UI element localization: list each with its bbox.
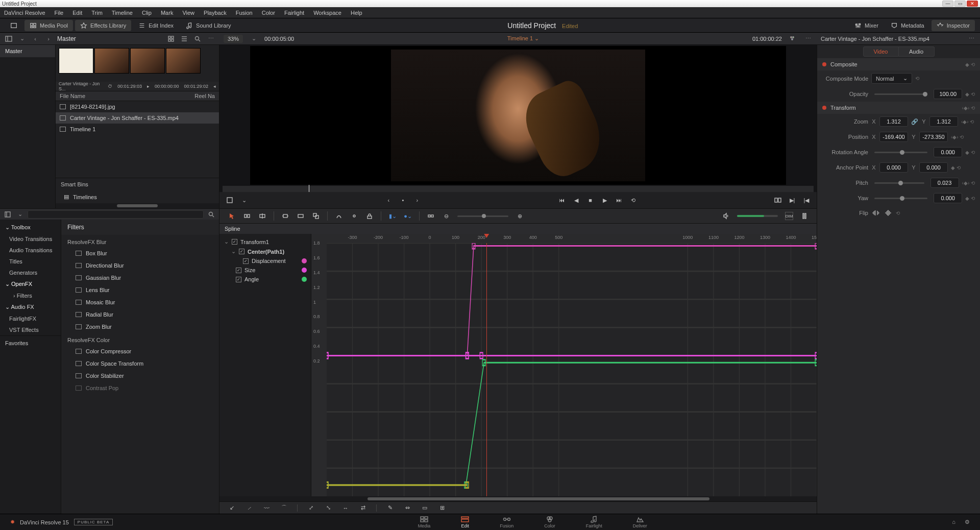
effects-tree-item[interactable]: VST Effects xyxy=(0,324,61,335)
checkbox[interactable]: ✓ xyxy=(236,277,241,282)
viewer-scrubber[interactable] xyxy=(223,186,814,192)
menu-item[interactable]: File xyxy=(55,10,64,16)
spline-tree-item[interactable]: ⌄✓Transform1 xyxy=(222,237,309,247)
media-pool-toggle[interactable]: Media Pool xyxy=(24,20,73,31)
effect-item[interactable]: Contrast Pop xyxy=(61,382,219,394)
checkbox[interactable]: ✓ xyxy=(239,249,244,254)
retime-icon[interactable] xyxy=(335,212,343,220)
spline-tree-item[interactable]: ✓Size xyxy=(222,266,309,275)
effects-tree-item[interactable]: › Filters xyxy=(0,290,61,301)
next-edit-icon[interactable]: › xyxy=(413,196,421,204)
effect-item[interactable]: Color Compressor xyxy=(61,345,219,357)
rotation-input[interactable]: 0.000 xyxy=(934,147,962,157)
spline-tool-icon[interactable]: ⌒ xyxy=(280,504,288,512)
spline-tool-icon[interactable]: ⤡ xyxy=(324,504,332,512)
inspector-tab-video[interactable]: Video xyxy=(863,46,899,57)
play-icon[interactable]: ▶ xyxy=(601,196,609,204)
clip-thumbstrip[interactable] xyxy=(56,45,219,82)
page-tab-fairlight[interactable]: Fairlight xyxy=(586,516,602,528)
effect-item[interactable]: Color Stabilizer xyxy=(61,370,219,382)
edit-index-toggle[interactable]: Edit Index xyxy=(133,20,179,31)
audio-mute-icon[interactable] xyxy=(722,212,730,220)
chevron-down-icon[interactable]: ⌄ xyxy=(231,248,236,255)
audio-meter-icon[interactable] xyxy=(800,212,808,220)
composite-mode-select[interactable]: Normal⌄ xyxy=(871,73,912,84)
more-options-icon[interactable]: ⋯ xyxy=(803,34,813,43)
menu-item[interactable]: Color xyxy=(262,10,275,16)
list-view-icon[interactable] xyxy=(180,34,189,43)
spline-tree-item[interactable]: ✓Angle xyxy=(222,275,309,284)
menu-item[interactable]: Edit xyxy=(72,10,82,16)
inspector-section-transform[interactable]: Transform ‹◆› ⟲ xyxy=(817,102,980,114)
overwrite-clip-icon[interactable] xyxy=(297,212,305,220)
more-options-icon[interactable]: ⋯ xyxy=(206,34,215,43)
chevron-down-icon[interactable]: ⌄ xyxy=(17,34,27,43)
pitch-slider[interactable] xyxy=(874,182,924,184)
pos-y-input[interactable]: -273.350 xyxy=(919,132,948,142)
zoom-out-icon[interactable]: ⊖ xyxy=(442,212,450,220)
keyframe-button[interactable]: ◆ ⟲ xyxy=(965,196,975,201)
loop-icon[interactable]: ⟲ xyxy=(629,196,638,204)
flag-icon[interactable]: ▮⌄ xyxy=(388,212,397,220)
checkbox[interactable]: ✓ xyxy=(243,258,249,264)
effects-tree-item[interactable]: Generators xyxy=(0,267,61,278)
menu-item[interactable]: Clip xyxy=(142,10,152,16)
zoom-level[interactable]: 33% xyxy=(224,35,243,43)
link-icon[interactable]: 🔗 xyxy=(911,118,918,125)
crop-icon[interactable] xyxy=(226,196,234,204)
menu-item[interactable]: Workspace xyxy=(313,10,341,16)
inspector-section-composite[interactable]: Composite ◆ ⟲ xyxy=(817,58,980,70)
anchor-y-input[interactable]: 0.000 xyxy=(919,162,948,173)
effects-tree-item[interactable]: ⌄ Toolbox xyxy=(0,222,61,233)
keyframe-button[interactable]: ‹◆› ⟲ xyxy=(951,134,964,140)
checkbox[interactable]: ✓ xyxy=(232,239,237,245)
link-icon[interactable] xyxy=(350,212,358,220)
metadata-toggle[interactable]: Metadata xyxy=(886,20,929,31)
checkbox[interactable]: ✓ xyxy=(236,268,241,273)
page-tab-media[interactable]: Media xyxy=(418,516,431,528)
go-start-icon[interactable]: |◀ xyxy=(802,196,811,204)
sound-library-toggle[interactable]: Sound Library xyxy=(181,20,236,31)
spline-tool-icon[interactable]: ⇔ xyxy=(403,504,411,512)
effects-tree-item[interactable]: Video Transitions xyxy=(0,233,61,245)
effect-item[interactable]: Lens Blur xyxy=(61,284,219,296)
file-row[interactable]: [82149-82149].jpg xyxy=(56,101,219,112)
pitch-input[interactable]: 0.023 xyxy=(930,178,959,188)
rotation-slider[interactable] xyxy=(874,152,927,153)
effect-item[interactable]: Mosaic Blur xyxy=(61,296,219,308)
effects-search-input[interactable] xyxy=(28,210,204,219)
nav-back-icon[interactable]: ‹ xyxy=(31,34,40,43)
page-tab-color[interactable]: Color xyxy=(544,516,555,528)
menu-item[interactable]: View xyxy=(182,10,194,16)
chevron-down-icon[interactable]: ⌄ xyxy=(15,210,24,219)
effect-item[interactable]: Color Space Transform xyxy=(61,357,219,370)
panel-layout-icon[interactable] xyxy=(3,210,12,219)
smart-bins-header[interactable]: Smart Bins xyxy=(56,178,219,190)
dim-button[interactable]: DIM xyxy=(785,212,793,220)
effects-tree-item[interactable]: Titles xyxy=(0,256,61,267)
enable-dot-icon[interactable] xyxy=(822,106,826,110)
media-pool-scrollbar[interactable] xyxy=(56,203,219,208)
spline-graph[interactable]: 0.20.40.60.811.21.41.61.8 -300-200-10001… xyxy=(311,234,817,496)
reset-icon[interactable]: ⟲ xyxy=(896,210,900,216)
page-tab-edit[interactable]: Edit xyxy=(461,516,469,528)
effects-tree-item[interactable]: FairlightFX xyxy=(0,313,61,324)
selection-tool-icon[interactable] xyxy=(228,212,236,220)
more-options-icon[interactable]: ⋯ xyxy=(967,34,976,43)
effect-item[interactable]: Gaussian Blur xyxy=(61,272,219,284)
volume-slider[interactable] xyxy=(737,215,778,217)
flip-h-button[interactable] xyxy=(871,208,880,218)
panel-layout-icon[interactable] xyxy=(4,34,13,43)
spline-tool-icon[interactable]: ⊞ xyxy=(438,504,446,512)
spline-tool-icon[interactable]: ✎ xyxy=(386,504,394,512)
page-tab-fusion[interactable]: Fusion xyxy=(500,516,513,528)
pos-x-input[interactable]: -169.400 xyxy=(879,132,908,142)
viewer-canvas[interactable] xyxy=(250,46,786,185)
spline-tool-icon[interactable]: ⇄ xyxy=(359,504,367,512)
settings-icon[interactable]: ⚙ xyxy=(965,519,970,525)
inspector-tab-audio[interactable]: Audio xyxy=(899,46,935,57)
replace-clip-icon[interactable] xyxy=(312,212,320,220)
timecode-in[interactable]: 00:00:05:00 xyxy=(264,36,294,42)
play-reverse-icon[interactable]: ◀ xyxy=(572,196,580,204)
spline-tool-icon[interactable]: ⟋ xyxy=(245,504,253,512)
